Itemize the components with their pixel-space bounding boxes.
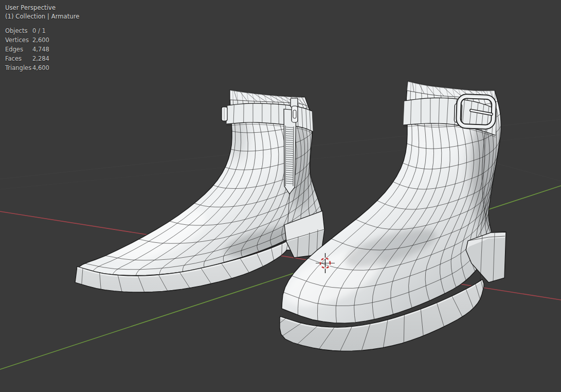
viewport-canvas[interactable]	[0, 0, 561, 392]
view-name-label: User Perspective	[5, 4, 80, 12]
viewport-overlay-text: User Perspective (1) Collection | Armatu…	[5, 4, 80, 73]
scene-statistics: Objects 0 / 1 Vertices 2,600 Edges 4,748…	[5, 27, 80, 73]
stat-row-triangles: Triangles 4,600	[5, 64, 80, 73]
viewport[interactable]: User Perspective (1) Collection | Armatu…	[0, 0, 561, 392]
stat-row-faces: Faces 2,284	[5, 55, 80, 64]
boot-left[interactable]	[75, 88, 324, 292]
strap-keeper	[222, 107, 227, 121]
stat-row-edges: Edges 4,748	[5, 45, 80, 55]
stat-row-vertices: Vertices 2,600	[5, 36, 80, 45]
stat-row-objects: Objects 0 / 1	[5, 27, 80, 36]
zipper-pull	[292, 106, 298, 122]
collection-breadcrumb: (1) Collection | Armature	[5, 12, 80, 21]
